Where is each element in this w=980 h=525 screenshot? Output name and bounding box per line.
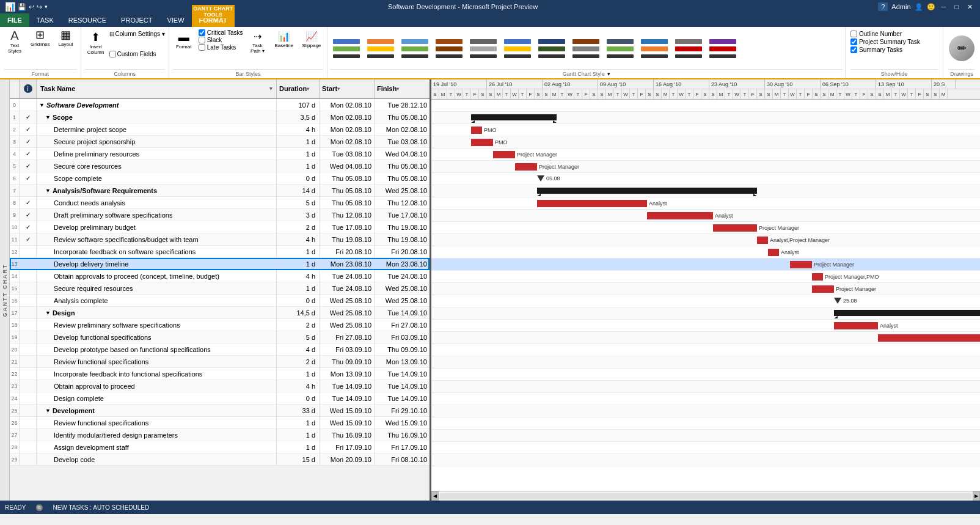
outline-number-check[interactable] [850,31,857,37]
table-row[interactable]: 5✓Secure core resources1 dWed 04.08.10Th… [10,160,430,172]
table-row[interactable]: 29Develop code15 dMon 20.09.10Fri 08.10.… [10,453,430,466]
table-row[interactable]: 27Identify modular/tiered design paramet… [10,429,430,441]
layout-btn[interactable]: ▦ Layout [55,28,77,48]
col-duration-header[interactable]: Duration ▾ [277,79,320,98]
project-summary-task-check[interactable] [850,39,857,45]
critical-tasks-check[interactable] [199,29,205,36]
gantt-scroll-right[interactable]: ▶ [973,491,980,501]
table-row[interactable]: 23Obtain approval to proceed4 hTue 14.09… [10,380,430,392]
table-row[interactable]: 14Obtain approvals to proceed (concept, … [10,270,430,282]
duration-filter-icon[interactable]: ▾ [307,86,309,92]
start-header-label: Start [322,85,337,92]
col-finish-header[interactable]: Finish ▾ [375,79,430,98]
gantt-style-expand[interactable]: ▾ [607,71,610,77]
gantt-style-8[interactable] [569,37,602,61]
summary-tasks-checkbox[interactable]: Summary Tasks [850,46,938,53]
critical-tasks-checkbox[interactable]: Critical Tasks [199,29,243,36]
gantt-scrollbar-track[interactable] [440,493,971,499]
tab-project[interactable]: PROJECT [114,13,159,27]
day-header-cell: T [670,89,678,99]
custom-fields-check[interactable] [109,51,116,57]
gantt-style-9[interactable] [604,37,637,61]
summary-tasks-check[interactable] [850,46,857,53]
table-row[interactable]: 3✓Secure project sponsorship1 dMon 02.08… [10,136,430,148]
gridlines-btn[interactable]: ⊞ Gridlines [28,28,53,48]
table-row[interactable]: 15Secure required resources1 dTue 24.08.… [10,282,430,295]
table-row[interactable]: 9✓Draft preliminary software specificati… [10,209,430,221]
text-styles-btn[interactable]: A TextStyles [4,28,26,55]
tab-view[interactable]: VIEW [159,13,191,27]
tab-resource[interactable]: RESOURCE [61,13,114,27]
table-row[interactable]: 8✓Conduct needs analysis5 dThu 05.08.10T… [10,197,430,209]
task-name-filter-icon[interactable]: ▾ [269,86,272,92]
table-row[interactable]: 12Incorporate feedback on software speci… [10,246,430,258]
gantt-style-10[interactable] [638,37,671,61]
slippage-btn[interactable]: 📈 Slippage [299,28,323,50]
insert-column-btn[interactable]: ⬆ InsertColumn [85,28,107,56]
quick-access-undo[interactable]: ↩ [29,3,34,11]
tab-file[interactable]: FILE [0,13,29,27]
table-row[interactable]: 1✓▼Scope3,5 dMon 02.08.10Thu 05.08.10 [10,111,430,123]
gantt-style-3[interactable] [398,37,431,61]
minimize-btn[interactable]: ─ [939,3,949,10]
gantt-style-5[interactable] [467,37,500,61]
finish-filter-icon[interactable]: ▾ [397,86,399,92]
format-bar-btn[interactable]: ▬ Format [173,28,195,51]
slack-check[interactable] [199,37,205,43]
gantt-scroll-bar[interactable]: ◀ ▶ [431,491,980,501]
drawing-btn[interactable]: ✏ [948,28,975,68]
day-header-cell: W [622,89,630,99]
table-row[interactable]: 2✓Determine project scope4 hMon 02.08.10… [10,123,430,136]
table-row[interactable]: 6✓Scope complete0 dThu 05.08.10Thu 05.08… [10,172,430,185]
quick-access-save[interactable]: 💾 [18,3,26,11]
project-summary-task-checkbox[interactable]: Project Summary Task [850,39,938,45]
table-row[interactable]: 10✓Develop preliminary budget2 dTue 17.0… [10,221,430,233]
table-row[interactable]: 19Develop functional specifications5 dFr… [10,331,430,343]
table-row[interactable]: 18Review preliminary software specificat… [10,319,430,331]
col-task-name-header[interactable]: Task Name ▾ [37,79,277,98]
drawing-circle-icon[interactable]: ✏ [949,35,975,61]
table-row[interactable]: 28Assign development staff1 dFri 17.09.1… [10,441,430,453]
table-row[interactable]: 20Develop prototype based on functional … [10,343,430,356]
slack-checkbox[interactable]: Slack [199,37,243,43]
day-header-cell: M [495,89,503,99]
tab-format[interactable]: FORMAT GANTT CHART TOOLS [192,13,235,27]
gantt-style-1[interactable] [330,37,363,61]
gantt-style-6[interactable] [501,37,534,61]
gantt-style-2[interactable] [364,37,397,61]
table-row[interactable]: 0▼Software Development107 dMon 02.08.10T… [10,99,430,111]
tab-task[interactable]: TASK [29,13,61,27]
late-tasks-check[interactable] [199,44,205,51]
table-row[interactable]: 25▼Development33 dWed 15.09.10Fri 29.10.… [10,405,430,417]
help-btn[interactable]: ? [878,2,888,11]
quick-access-redo[interactable]: ↪ [37,3,42,11]
table-row[interactable]: 7▼Analysis/Software Requirements14 dThu … [10,185,430,197]
gantt-style-4[interactable] [433,37,466,61]
restore-btn[interactable]: □ [952,3,961,10]
table-row[interactable]: 17▼Design14,5 dWed 25.08.10Tue 14.09.10 [10,307,430,319]
table-row[interactable]: 13Develop delivery timeline1 dMon 23.08.… [10,258,430,270]
start-filter-icon[interactable]: ▾ [337,86,340,92]
day-header-cell: T [519,89,527,99]
table-row[interactable]: 16Analysis complete0 dWed 25.08.10Wed 25… [10,295,430,307]
table-row[interactable]: 22Incorporate feedback into functional s… [10,368,430,380]
column-settings-btn[interactable]: ⊟ Column Settings ▾ [109,31,165,37]
gantt-style-12[interactable] [706,37,739,61]
baseline-btn[interactable]: 📊 Baseline [272,28,296,50]
gantt-style-7[interactable] [535,37,568,61]
close-btn[interactable]: ✕ [965,3,975,11]
outline-number-checkbox[interactable]: Outline Number [850,31,938,37]
table-row[interactable]: 11✓Review software specifications/budget… [10,233,430,246]
late-tasks-checkbox[interactable]: Late Tasks [199,44,243,51]
table-row[interactable]: 26Review functional specifications1 dWed… [10,417,430,429]
table-row[interactable]: 21Review functional specifications2 dThu… [10,356,430,368]
cell-check [20,380,37,392]
custom-fields-checkbox[interactable]: Custom Fields [109,51,156,57]
format-bar-label: Format [176,44,191,50]
table-row[interactable]: 4✓Define preliminary resources1 dTue 03.… [10,148,430,160]
table-row[interactable]: 24Design complete0 dTue 14.09.10Tue 14.0… [10,392,430,405]
gantt-style-11[interactable] [672,37,705,61]
task-path-btn[interactable]: ⇢ TaskPath ▾ [246,28,268,55]
gantt-scroll-left[interactable]: ◀ [431,491,439,501]
col-start-header[interactable]: Start ▾ [320,79,375,98]
